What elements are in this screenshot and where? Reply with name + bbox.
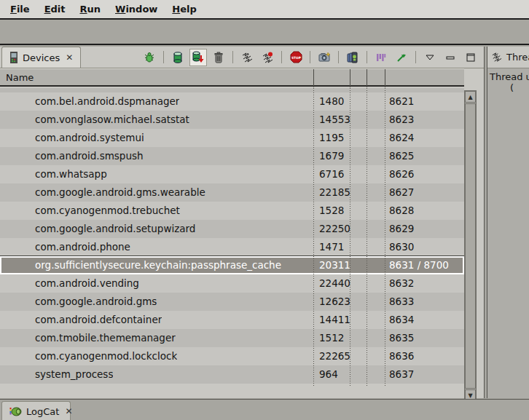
process-name: org.sufficientlysecure.keychain:passphra… [35,259,281,271]
process-name: com.cyanogenmod.lockclock [35,350,177,362]
device-phone-icon [9,52,18,63]
table-row[interactable]: com.whatsapp 6716 8626 [0,165,464,183]
devices-view-toolbar: STOP [141,49,484,66]
screen-capture-icon[interactable] [316,49,333,66]
process-pid: 1528 [319,205,344,216]
maximize-icon[interactable] [462,49,479,66]
tab-logcat-close-icon[interactable]: ✕ [65,406,72,416]
threads-icon [491,52,502,63]
table-row[interactable]: com.cyanogenmod.lockclock 22265 8636 [0,347,464,365]
table-row[interactable]: com.android.defcontainer 14411 8634 [0,311,464,329]
svg-text:STOP: STOP [291,56,301,60]
process-pid: 14553 [319,114,350,125]
tab-devices-close-icon[interactable]: ✕ [66,52,73,63]
vertical-scrollbar[interactable]: ▲ ▼ [464,90,477,402]
process-port: 8636 [389,350,414,362]
start-tracing-icon[interactable] [393,49,410,66]
tab-threads-label[interactable]: Threads [506,52,529,63]
table-row[interactable]: com.bel.android.dspmanager 1480 8621 [0,92,464,111]
process-port: 8633 [389,296,414,307]
process-name: com.android.vending [35,277,139,289]
column-divider[interactable] [385,69,385,87]
process-port: 8632 [389,277,414,289]
process-port: 8635 [389,332,414,344]
column-divider[interactable] [350,69,350,87]
table-row[interactable]: system_process 964 8637 [0,365,464,384]
update-threads-icon[interactable] [238,49,256,66]
process-name: com.bel.android.dspmanager [35,95,179,107]
minimize-icon[interactable] [442,49,459,66]
column-header-name[interactable]: Name [6,72,34,83]
update-heap-icon[interactable] [169,49,187,66]
process-pid: 14411 [319,314,350,325]
process-name: com.google.android.setupwizard [35,223,195,234]
process-pid: 22265 [319,350,350,362]
process-name: com.android.phone [35,241,130,253]
menu-item[interactable]: Help [165,1,203,17]
table-row[interactable]: com.google.android.setupwizard 22250 862… [0,220,464,238]
start-method-profiling-icon[interactable] [259,49,276,66]
column-divider[interactable] [367,69,367,87]
ddms-window: File Edit Run Window Help Devices [0,0,529,420]
table-row[interactable]: com.android.vending 22440 8632 [0,274,464,293]
table-row[interactable]: com.cyanogenmod.trebuchet 1528 8628 [0,202,464,220]
table-header[interactable]: Name [0,68,464,87]
menu-item[interactable]: Edit [37,1,73,17]
toolbar-separator [367,51,367,63]
main-toolbar [0,21,529,45]
toolbar-separator [232,51,233,63]
process-port: 8628 [389,205,414,216]
table-row[interactable]: com.android.systemui 1195 8624 [0,129,464,147]
toolbar-separator [163,51,164,63]
table-row[interactable]: com.google.android.gms.wearable 22185 86… [0,183,464,202]
table-row[interactable]: com.google.android.gms 12623 8633 [0,293,464,311]
logcat-icon [9,407,22,416]
stop-process-icon[interactable]: STOP [287,49,305,66]
devices-panel: Devices ✕ [0,47,485,398]
process-name: com.google.android.gms [35,296,157,307]
devices-tabbar: Devices ✕ [0,47,484,68]
tab-logcat-label: LogCat [26,406,59,417]
capture-systrace-icon[interactable] [372,49,390,66]
tab-devices[interactable]: Devices ✕ [1,47,81,68]
dump-hprof-icon[interactable] [189,49,207,66]
menu-item[interactable]: Window [108,1,165,17]
menu-item[interactable]: File [3,1,37,17]
process-port: 8634 [389,314,414,325]
table-row[interactable]: com.tmobile.thememanager 1512 8635 [0,329,464,347]
menu-bar: File Edit Run Window Help [0,0,529,20]
threads-message: Thread up ( [487,68,529,93]
process-port: 8621 [389,95,414,107]
view-menu-icon[interactable] [421,49,439,66]
process-port: 8623 [389,114,414,125]
table-row[interactable]: com.android.smspush 1679 8625 [0,147,464,165]
table-row[interactable]: org.sufficientlysecure.keychain:passphra… [0,256,464,274]
column-divider[interactable] [313,69,314,87]
process-pid: 12623 [319,296,350,307]
process-name: com.android.smspush [35,150,144,162]
debug-attach-icon[interactable] [141,49,158,66]
devices-table: Name com.bel.android.dspmanager 1480 862… [0,68,485,387]
process-port: 8630 [389,241,414,253]
process-pid: 22250 [319,223,350,234]
process-name: com.tmobile.thememanager [35,332,176,344]
process-name: com.vonglasow.michael.satstat [35,114,189,125]
vertical-scroll-thumb[interactable] [465,103,476,389]
toolbar-separator [415,51,416,63]
menu-item[interactable]: Run [73,1,109,17]
threads-message-line2: ( [490,82,529,93]
process-pid: 1195 [319,132,344,143]
process-pid: 1512 [319,332,344,344]
screen-record-icon[interactable] [344,49,361,66]
tab-logcat[interactable]: LogCat ✕ [1,401,71,420]
threads-message-line1: Thread up [490,71,529,82]
scroll-up-button[interactable]: ▲ [465,91,476,103]
table-row[interactable]: com.android.phone 1471 8630 [0,238,464,256]
cause-gc-icon[interactable] [210,49,227,66]
process-pid: 1679 [319,150,344,162]
process-pid: 964 [319,368,338,380]
table-row[interactable]: com.vonglasow.michael.satstat 14553 8623 [0,111,464,129]
tab-devices-label: Devices [23,52,60,63]
process-pid: 22185 [319,186,350,198]
process-port: 8637 [389,368,414,380]
